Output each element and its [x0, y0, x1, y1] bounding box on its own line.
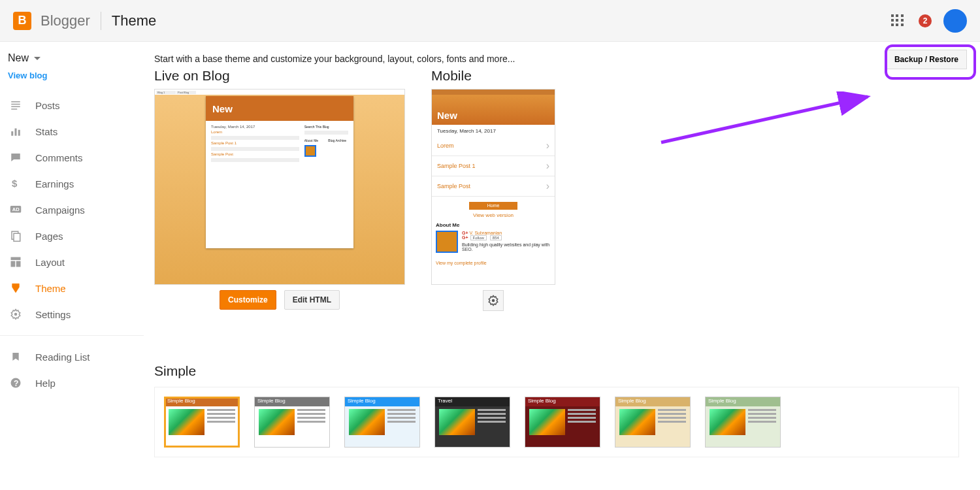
notifications-badge[interactable]: 2 — [919, 14, 932, 27]
sidebar-item-posts[interactable]: Posts — [0, 92, 144, 118]
theme-thumbnail[interactable]: Simple Blog — [344, 397, 420, 448]
gplus-icon: G+ — [462, 231, 468, 235]
google-apps-icon[interactable] — [891, 14, 904, 27]
svg-text:AD: AD — [12, 206, 20, 212]
stats-icon — [9, 125, 22, 138]
backup-restore-button[interactable]: Backup / Restore — [886, 50, 967, 69]
theme-thumbnail[interactable]: Simple Blog — [615, 397, 691, 448]
posts-icon — [9, 99, 22, 112]
header-divider — [101, 12, 101, 30]
sidebar-item-stats[interactable]: Stats — [0, 118, 144, 144]
chevron-right-icon: › — [546, 160, 549, 172]
svg-text:$: $ — [12, 178, 18, 189]
mobile-follow-btn: Follow — [470, 235, 487, 240]
theme-thumbnail[interactable]: Travel — [434, 397, 510, 448]
svg-rect-5 — [15, 129, 17, 136]
mobile-preview-item: Sample Post 1› — [432, 156, 555, 176]
sidebar-item-pages[interactable]: Pages — [0, 223, 144, 249]
theme-thumbnail[interactable]: Simple Blog — [705, 397, 781, 448]
sidebar-item-help[interactable]: ? Help — [0, 370, 144, 396]
section-simple-heading: Simple — [154, 363, 959, 379]
sidebar-item-label: Comments — [35, 152, 83, 163]
bookmark-icon — [9, 350, 22, 363]
app-header: B Blogger Theme 2 — [0, 0, 980, 42]
intro-text: Start with a base theme and customize yo… — [154, 50, 959, 64]
mobile-preview-profile-link: View my complete profile — [432, 261, 487, 265]
svg-rect-2 — [11, 106, 20, 108]
sidebar-item-reading-list[interactable]: Reading List — [0, 344, 144, 370]
mobile-preview-title: New — [437, 110, 457, 121]
mobile-settings-button[interactable] — [483, 290, 504, 311]
svg-text:?: ? — [14, 379, 18, 388]
mobile-follow-count: 854 — [490, 235, 502, 240]
live-preview-title: New — [212, 103, 233, 114]
svg-rect-4 — [11, 131, 13, 136]
settings-icon — [9, 308, 22, 321]
mobile-preview-item: Lorem› — [432, 136, 555, 156]
edit-html-button[interactable]: Edit HTML — [284, 290, 340, 310]
svg-rect-3 — [11, 108, 17, 110]
live-preview-search: Search This Blog — [304, 125, 348, 129]
svg-rect-0 — [11, 101, 20, 103]
live-preview-about: About Me — [304, 139, 325, 142]
mobile-preview-heading: Mobile — [431, 68, 555, 84]
chevron-right-icon: › — [546, 140, 549, 152]
mobile-preview-home: Home — [469, 202, 517, 210]
sidebar-item-label: Pages — [35, 231, 63, 242]
live-preview-archive: Blog Archive — [328, 139, 348, 142]
live-preview-date: Tuesday, March 14, 2017 — [211, 125, 299, 129]
svg-point-19 — [492, 299, 495, 302]
view-blog-link[interactable]: View blog — [0, 64, 144, 92]
customize-button[interactable]: Customize — [220, 290, 276, 310]
sidebar-item-label: Theme — [35, 283, 66, 294]
svg-rect-13 — [11, 261, 16, 267]
theme-thumbnail[interactable]: Simple Blog — [164, 397, 240, 448]
sidebar-item-settings[interactable]: Settings — [0, 301, 144, 327]
sidebar-item-label: Posts — [35, 100, 60, 111]
sidebar: New View blog Posts Stats Comments $ — [0, 42, 144, 483]
product-name: Blogger — [41, 12, 90, 29]
profile-avatar[interactable] — [943, 9, 967, 33]
svg-rect-11 — [14, 233, 20, 241]
mobile-preview-desc: Building high quality websites and play … — [462, 242, 551, 252]
page-title: Theme — [112, 12, 156, 29]
theme-thumbnail[interactable]: Simple Blog — [254, 397, 330, 448]
layout-icon — [9, 255, 22, 269]
mobile-preview-view-web: View web version — [432, 212, 555, 218]
sidebar-divider — [0, 335, 144, 336]
live-preview-post: Lorem — [211, 130, 299, 134]
live-preview[interactable]: Blog 1Post Blog New Tuesday, March 14, 2… — [154, 89, 405, 285]
comments-icon — [9, 151, 22, 164]
campaigns-icon: AD — [9, 203, 22, 216]
logo-block: B Blogger — [13, 12, 90, 30]
svg-rect-12 — [11, 257, 21, 261]
help-icon: ? — [9, 376, 22, 389]
live-preview-post: Sample Post 1 — [211, 141, 299, 145]
mobile-preview-date: Tuesday, March 14, 2017 — [432, 125, 555, 136]
svg-rect-6 — [18, 130, 20, 136]
svg-rect-14 — [16, 261, 21, 267]
theme-thumbnail[interactable]: Simple Blog — [525, 397, 600, 448]
sidebar-item-label: Earnings — [35, 178, 74, 189]
mobile-preview[interactable]: New Tuesday, March 14, 2017 Lorem› Sampl… — [431, 89, 555, 285]
sidebar-item-label: Campaigns — [35, 204, 85, 216]
blog-selector-label: New — [8, 52, 29, 64]
sidebar-item-comments[interactable]: Comments — [0, 144, 144, 171]
sidebar-item-label: Help — [35, 378, 56, 389]
gear-icon — [487, 295, 499, 306]
sidebar-item-label: Stats — [35, 126, 57, 137]
sidebar-item-theme[interactable]: Theme — [0, 275, 144, 301]
sidebar-item-campaigns[interactable]: AD Campaigns — [0, 197, 144, 223]
blog-selector[interactable]: New — [0, 52, 144, 64]
svg-point-15 — [14, 313, 18, 316]
live-preview-post: Sample Post — [211, 152, 299, 156]
mobile-preview-item: Sample Post› — [432, 176, 555, 197]
mobile-preview-author: V. Subramanian — [470, 231, 502, 235]
sidebar-item-earnings[interactable]: $ Earnings — [0, 171, 144, 197]
main-content: Backup / Restore Start with a base theme… — [144, 42, 980, 483]
sidebar-item-label: Reading List — [35, 351, 90, 363]
sidebar-item-layout[interactable]: Layout — [0, 249, 144, 275]
svg-rect-1 — [11, 104, 20, 105]
earnings-icon: $ — [9, 177, 22, 190]
mobile-preview-about: About Me — [432, 222, 555, 228]
